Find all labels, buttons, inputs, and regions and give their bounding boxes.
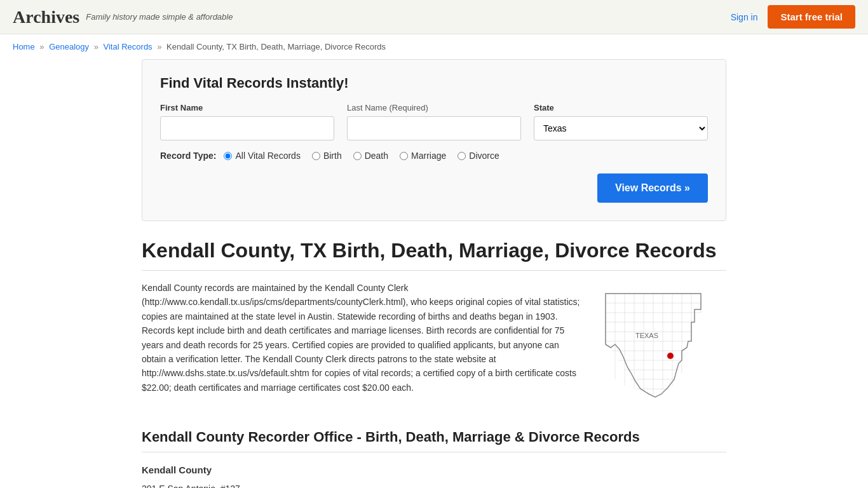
header-right: Sign in Start free trial xyxy=(731,5,855,29)
search-title: Find Vital Records Instantly! xyxy=(160,75,708,92)
site-header: Archives Family history made simple & af… xyxy=(0,0,868,34)
state-select[interactable]: All United States Alabama Alaska Arizona… xyxy=(534,116,708,140)
last-name-field-group: Last Name (Required) xyxy=(347,103,521,140)
breadcrumb-home[interactable]: Home xyxy=(13,42,35,51)
breadcrumb: Home » Genealogy » Vital Records » Kenda… xyxy=(0,34,868,59)
last-name-label: Last Name (Required) xyxy=(347,103,521,112)
radio-group: All Vital Records Birth Death Marriage D… xyxy=(224,151,499,161)
search-fields: First Name Last Name (Required) State Al… xyxy=(160,103,708,140)
header-left: Archives Family history made simple & af… xyxy=(13,7,233,27)
last-name-input[interactable] xyxy=(347,116,521,140)
county-marker xyxy=(667,353,674,359)
first-name-field-group: First Name xyxy=(160,103,334,140)
description-text: Kendall County records are maintained by… xyxy=(142,281,580,410)
view-records-button[interactable]: View Records » xyxy=(597,173,708,203)
county-name: Kendall County xyxy=(142,461,726,478)
start-trial-button[interactable]: Start free trial xyxy=(768,5,855,29)
record-type-label: Record Type: xyxy=(160,151,216,161)
state-label: State xyxy=(534,103,708,112)
recorder-info: Kendall County 201 E San Antonio, #127 B… xyxy=(142,461,726,488)
view-records-row: View Records » xyxy=(160,173,708,203)
page-title: Kendall County, TX Birth, Death, Marriag… xyxy=(142,239,726,271)
texas-map-svg: TEXAS xyxy=(599,281,726,408)
breadcrumb-genealogy[interactable]: Genealogy xyxy=(49,42,89,51)
breadcrumb-vital-records[interactable]: Vital Records xyxy=(104,42,153,51)
description-section: Kendall County records are maintained by… xyxy=(142,281,726,410)
radio-marriage[interactable]: Marriage xyxy=(400,151,446,161)
radio-death[interactable]: Death xyxy=(353,151,388,161)
radio-divorce[interactable]: Divorce xyxy=(458,151,499,161)
record-type-row: Record Type: All Vital Records Birth Dea… xyxy=(160,151,708,161)
radio-birth[interactable]: Birth xyxy=(312,151,342,161)
recorder-section-title: Kendall County Recorder Office - Birth, … xyxy=(142,429,726,452)
site-tagline: Family history made simple & affordable xyxy=(86,12,233,22)
svg-text:TEXAS: TEXAS xyxy=(635,332,658,339)
state-field-group: State All United States Alabama Alaska A… xyxy=(534,103,708,140)
search-box: Find Vital Records Instantly! First Name… xyxy=(142,59,726,221)
first-name-input[interactable] xyxy=(160,116,334,140)
first-name-label: First Name xyxy=(160,103,334,112)
radio-all-vital-records[interactable]: All Vital Records xyxy=(224,151,300,161)
site-logo: Archives xyxy=(13,7,79,27)
main-content: Find Vital Records Instantly! First Name… xyxy=(129,59,739,488)
texas-map: TEXAS xyxy=(599,281,726,410)
sign-in-link[interactable]: Sign in xyxy=(731,12,758,22)
address-line1: 201 E San Antonio, #127 xyxy=(142,484,240,488)
breadcrumb-current: Kendall County, TX Birth, Death, Marriag… xyxy=(166,42,386,51)
